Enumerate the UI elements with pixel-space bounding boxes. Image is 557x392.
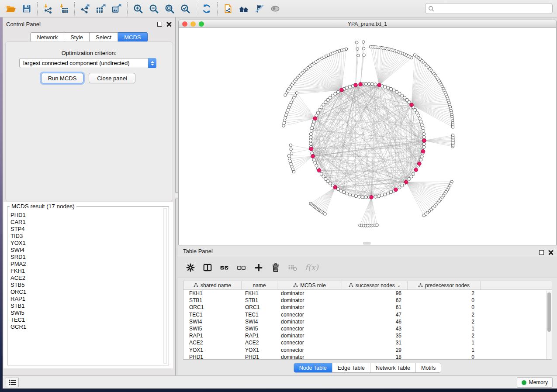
column-header-shared-name[interactable]: shared name bbox=[183, 281, 242, 289]
mcds-list-item[interactable]: SWI4 bbox=[10, 247, 26, 254]
cell-mcds-role[interactable]: dominator bbox=[277, 290, 342, 297]
cell-successor-nodes[interactable]: 47 bbox=[342, 311, 408, 318]
network-window-titlebar[interactable]: YPA_prune.txt_1 bbox=[179, 20, 556, 28]
new-network-from-file-button[interactable] bbox=[221, 2, 235, 16]
mcds-list-item[interactable]: STB1 bbox=[10, 303, 26, 309]
table-row[interactable]: ACE2ACE2connector311 bbox=[183, 339, 552, 346]
close-window-icon[interactable] bbox=[182, 21, 187, 27]
mcds-list-item[interactable]: TEC1 bbox=[10, 316, 26, 323]
mcds-list-item[interactable]: PMA2 bbox=[10, 261, 26, 268]
table-scrollbar-thumb[interactable] bbox=[547, 292, 551, 332]
delete-column-button[interactable] bbox=[271, 263, 280, 272]
cell-predecessor-nodes[interactable]: 2 bbox=[408, 332, 481, 339]
deselect-all-rows-button[interactable] bbox=[237, 263, 246, 272]
memory-button[interactable]: Memory bbox=[517, 377, 553, 388]
cell-mcds-role[interactable]: connector bbox=[277, 325, 342, 332]
column-header-MCDS-role[interactable]: MCDS role bbox=[277, 281, 342, 289]
cell-predecessor-nodes[interactable]: 1 bbox=[408, 325, 481, 332]
zoom-selected-button[interactable] bbox=[179, 2, 192, 16]
mcds-list-item[interactable]: ORC1 bbox=[10, 289, 26, 296]
cell-shared-name[interactable]: STB1 bbox=[183, 297, 242, 304]
cell-name[interactable]: ORC1 bbox=[242, 304, 277, 311]
cell-mcds-role[interactable]: dominator bbox=[277, 304, 342, 311]
cell-predecessor-nodes[interactable]: 2 bbox=[408, 311, 481, 318]
network-graph[interactable] bbox=[179, 28, 557, 245]
cell-predecessor-nodes[interactable]: 1 bbox=[408, 347, 481, 354]
table-settings-button[interactable] bbox=[186, 263, 195, 272]
run-mcds-button[interactable]: Run MCDS bbox=[41, 73, 83, 83]
cell-successor-nodes[interactable]: 46 bbox=[342, 318, 408, 325]
export-image-button[interactable] bbox=[110, 2, 123, 16]
mcds-list-item[interactable]: RAP1 bbox=[10, 296, 26, 303]
cell-successor-nodes[interactable]: 31 bbox=[342, 339, 408, 346]
close-panel-icon[interactable] bbox=[166, 21, 172, 27]
mcds-list-item[interactable]: PHD1 bbox=[10, 212, 26, 219]
cell-predecessor-nodes[interactable]: 2 bbox=[408, 290, 481, 297]
cell-predecessor-nodes[interactable]: 0 bbox=[408, 354, 481, 360]
cell-name[interactable]: SWI5 bbox=[242, 325, 277, 332]
cell-predecessor-nodes[interactable]: 2 bbox=[408, 318, 481, 325]
tab-node-table[interactable]: Node Table bbox=[294, 363, 332, 372]
table-row[interactable]: STB1STB1dominator620 bbox=[183, 297, 552, 304]
zoom-in-button[interactable] bbox=[131, 2, 145, 16]
cell-shared-name[interactable]: TEC1 bbox=[183, 311, 242, 318]
cell-predecessor-nodes[interactable]: 1 bbox=[408, 339, 481, 346]
table-scrollbar[interactable] bbox=[546, 291, 552, 359]
cell-shared-name[interactable]: ORC1 bbox=[183, 304, 242, 311]
column-header-name[interactable]: name bbox=[242, 281, 277, 289]
cell-successor-nodes[interactable]: 29 bbox=[342, 347, 408, 354]
float-panel-icon[interactable] bbox=[539, 250, 544, 255]
cell-mcds-role[interactable]: dominator bbox=[277, 354, 342, 360]
cell-name[interactable]: SWI4 bbox=[242, 318, 277, 325]
close-panel-button[interactable]: Close panel bbox=[89, 73, 135, 83]
table-row[interactable]: SWI5SWI5connector431 bbox=[183, 325, 552, 332]
cell-name[interactable]: FKH1 bbox=[242, 290, 277, 297]
minimize-window-icon[interactable] bbox=[190, 21, 196, 27]
cell-successor-nodes[interactable]: 62 bbox=[342, 297, 408, 304]
cell-name[interactable]: YOX1 bbox=[242, 347, 277, 354]
cell-successor-nodes[interactable]: 18 bbox=[342, 354, 408, 360]
cell-predecessor-nodes[interactable]: 0 bbox=[408, 304, 481, 311]
cell-successor-nodes[interactable]: 35 bbox=[342, 332, 408, 339]
cell-shared-name[interactable]: RAP1 bbox=[183, 332, 242, 339]
float-panel-icon[interactable] bbox=[157, 22, 162, 27]
export-table-button[interactable] bbox=[94, 2, 107, 16]
mcds-list-item[interactable]: FKH1 bbox=[10, 268, 26, 275]
table-row[interactable]: RAP1RAP1dominator352 bbox=[183, 332, 552, 339]
cell-name[interactable]: TEC1 bbox=[242, 311, 277, 318]
cell-mcds-role[interactable]: connector bbox=[277, 339, 342, 346]
cell-shared-name[interactable]: FKH1 bbox=[183, 290, 242, 297]
table-row[interactable]: FKH1FKH1dominator962 bbox=[183, 290, 552, 297]
cell-mcds-role[interactable]: connector bbox=[277, 311, 342, 318]
cell-name[interactable]: PHD1 bbox=[242, 354, 277, 360]
cell-shared-name[interactable]: PHD1 bbox=[183, 354, 242, 360]
cell-shared-name[interactable]: ACE2 bbox=[183, 339, 242, 346]
mcds-list-scrollbar[interactable] bbox=[163, 208, 167, 364]
optimization-criterion-dropdown[interactable]: largest connected component (undirected) bbox=[19, 58, 156, 68]
cell-shared-name[interactable]: YOX1 bbox=[183, 347, 242, 354]
table-row[interactable]: PHD1PHD1dominator180 bbox=[183, 354, 552, 360]
cell-mcds-role[interactable]: dominator bbox=[277, 318, 342, 325]
column-header-predecessor-nodes[interactable]: predecessor nodes bbox=[408, 281, 481, 289]
apply-layout-button[interactable] bbox=[200, 2, 213, 16]
cell-mcds-role[interactable]: connector bbox=[277, 347, 342, 354]
tab-mcds[interactable]: MCDS bbox=[118, 32, 147, 42]
split-panel-button[interactable] bbox=[203, 263, 212, 272]
network-canvas[interactable] bbox=[179, 28, 556, 245]
cell-name[interactable]: RAP1 bbox=[242, 332, 277, 339]
horizontal-splitter-handle[interactable] bbox=[363, 242, 370, 244]
mcds-list-item[interactable]: SWI5 bbox=[10, 309, 26, 316]
mcds-list-item[interactable]: SRD1 bbox=[10, 254, 26, 261]
cell-name[interactable]: ACE2 bbox=[242, 339, 277, 346]
export-network-button[interactable] bbox=[79, 2, 92, 16]
select-all-rows-button[interactable] bbox=[220, 263, 229, 272]
import-table-button[interactable] bbox=[57, 2, 70, 16]
cell-shared-name[interactable]: SWI5 bbox=[183, 325, 242, 332]
close-panel-icon[interactable] bbox=[548, 250, 554, 255]
cell-mcds-role[interactable]: dominator bbox=[277, 332, 342, 339]
table-row[interactable]: SWI4SWI4dominator462 bbox=[183, 318, 552, 325]
tab-style[interactable]: Style bbox=[64, 32, 90, 42]
cell-name[interactable]: STB1 bbox=[242, 297, 277, 304]
tab-network[interactable]: Network bbox=[30, 32, 64, 42]
cell-successor-nodes[interactable]: 61 bbox=[342, 304, 408, 311]
